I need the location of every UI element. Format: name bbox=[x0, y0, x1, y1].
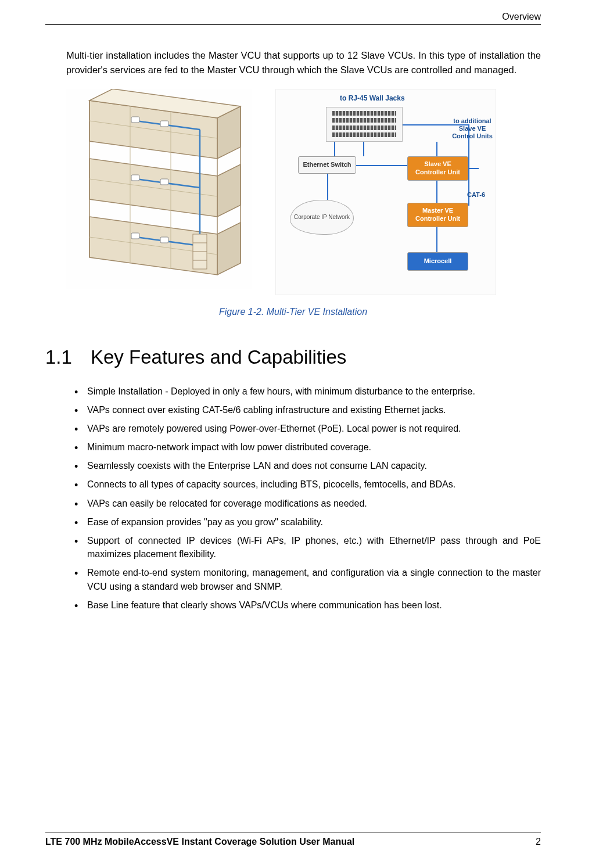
corporate-network-cloud: Corporate IP Network bbox=[290, 200, 354, 235]
building-svg bbox=[66, 89, 252, 289]
footer-title: LTE 700 MHz MobileAccessVE Instant Cover… bbox=[45, 837, 354, 847]
master-vcu-box: Master VE Controller Unit bbox=[407, 203, 468, 227]
svg-marker-4 bbox=[217, 164, 241, 217]
svg-rect-20 bbox=[160, 237, 168, 243]
intro-paragraph: Multi-tier installation includes the Mas… bbox=[66, 48, 541, 77]
figure-caption: Figure 1-2. Multi-Tier VE Installation bbox=[45, 307, 541, 317]
list-item: VAPs are remotely powered using Power-ov… bbox=[74, 422, 541, 435]
svg-rect-15 bbox=[131, 117, 139, 123]
ethernet-switch-box: Ethernet Switch bbox=[298, 156, 356, 174]
list-item: Remote end-to-end system monitoring, man… bbox=[74, 566, 541, 593]
list-item: Seamlessly coexists with the Enterprise … bbox=[74, 459, 541, 472]
header-section: Overview bbox=[502, 12, 541, 21]
list-item: Connects to all types of capacity source… bbox=[74, 478, 541, 491]
section-number: 1.1 bbox=[45, 346, 91, 368]
svg-marker-6 bbox=[217, 223, 241, 275]
svg-rect-19 bbox=[131, 233, 139, 239]
figure-container: to RJ-45 Wall Jacks Ethernet Switch Slav… bbox=[66, 89, 541, 295]
list-item: Minimum macro-network impact with low po… bbox=[74, 440, 541, 454]
page-number: 2 bbox=[536, 837, 541, 847]
additional-slave-label: to additional Slave VE Control Units bbox=[451, 117, 493, 141]
topology-diagram: to RJ-45 Wall Jacks Ethernet Switch Slav… bbox=[275, 89, 496, 295]
svg-rect-16 bbox=[160, 121, 168, 127]
section-title: Key Features and Capabilities bbox=[91, 346, 346, 368]
patch-panel-icon bbox=[326, 107, 403, 142]
slave-vcu-box: Slave VE Controller Unit bbox=[407, 156, 468, 181]
cat6-label: CAT-6 bbox=[467, 191, 485, 199]
feature-list: Simple Installation - Deployed in only a… bbox=[74, 385, 541, 612]
list-item: VAPs can easily be relocated for coverag… bbox=[74, 497, 541, 510]
microcell-box: Microcell bbox=[407, 252, 468, 271]
list-item: Ease of expansion provides "pay as you g… bbox=[74, 515, 541, 529]
list-item: Support of connected IP devices (Wi-Fi A… bbox=[74, 534, 541, 561]
list-item: VAPs connect over existing CAT-5e/6 cabl… bbox=[74, 403, 541, 417]
svg-rect-18 bbox=[160, 179, 168, 185]
building-3d-illustration bbox=[66, 89, 252, 289]
page-footer: LTE 700 MHz MobileAccessVE Instant Cover… bbox=[45, 833, 541, 847]
svg-rect-17 bbox=[131, 175, 139, 181]
list-item: Base Line feature that clearly shows VAP… bbox=[74, 598, 541, 612]
section-heading: 1.1 Key Features and Capabilities bbox=[45, 346, 541, 368]
list-item: Simple Installation - Deployed in only a… bbox=[74, 385, 541, 398]
diagram-top-label: to RJ-45 Wall Jacks bbox=[340, 94, 405, 102]
page-header: Overview bbox=[45, 12, 541, 25]
